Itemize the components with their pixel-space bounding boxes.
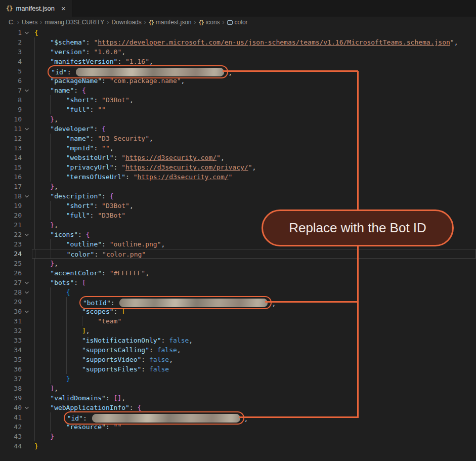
line-content: "short": "D3Bot", [32, 95, 476, 105]
code-line-7[interactable]: 7"name": { [0, 86, 476, 95]
indent-guides [34, 384, 50, 393]
fold-chevron-icon[interactable] [22, 86, 32, 95]
indent-guides [34, 374, 66, 384]
code-line-9[interactable]: 9"full": "" [0, 105, 476, 114]
tab-manifest-json[interactable]: {} manifest.json × [0, 0, 72, 17]
code-line-11[interactable]: 11"developer": { [0, 124, 476, 134]
code-line-16[interactable]: 16"termsOfUseUrl": "https://d3security.c… [0, 172, 476, 182]
indent-guides [34, 316, 98, 326]
code-line-30[interactable]: 30"scopes": [ [0, 307, 476, 316]
fold-spacer [22, 47, 32, 57]
code-token: , [121, 394, 125, 402]
indent-guides [34, 345, 82, 355]
fold-spacer [22, 220, 32, 230]
code-line-36[interactable]: 36"supportsFiles": false [0, 364, 476, 374]
code-line-34[interactable]: 34"supportsCalling": false, [0, 345, 476, 355]
breadcrumb-item-manifest-json[interactable]: {}manifest.json [149, 19, 192, 26]
code-token: : [141, 365, 149, 373]
line-number: 19 [0, 201, 22, 211]
gutter: 12 [0, 134, 32, 143]
code-line-33[interactable]: 33"isNotificationOnly": false, [0, 336, 476, 345]
line-number: 12 [0, 134, 22, 143]
code-line-14[interactable]: 14"websiteUrl": "https://d3security.com/… [0, 153, 476, 162]
code-line-3[interactable]: 3"version": "1.0.0", [0, 47, 476, 57]
code-line-15[interactable]: 15"privacyUrl": "https://d3security.com/… [0, 162, 476, 172]
code-line-38[interactable]: 38], [0, 384, 476, 393]
code-line-41[interactable]: 41"id": , [0, 412, 476, 422]
code-line-24[interactable]: 24"color": "color.png" [0, 249, 476, 259]
chevron-right-icon: › [40, 19, 42, 26]
code-line-29[interactable]: 29"botId": , [0, 297, 476, 307]
breadcrumb-item-icons[interactable]: {}icons [199, 19, 220, 26]
code-token: : [86, 38, 94, 46]
breadcrumb-item-downloads[interactable]: Downloads [111, 19, 141, 26]
code-token: "validDomains" [50, 394, 106, 402]
code-line-26[interactable]: 26"accentColor": "#FFFFFF", [0, 268, 476, 278]
breadcrumb-item-c-[interactable]: C: [9, 19, 15, 26]
code-line-18[interactable]: 18"description": { [0, 191, 476, 201]
code-line-44[interactable]: 44} [0, 441, 476, 451]
line-number: 2 [0, 37, 22, 47]
code-token: "outline" [66, 240, 102, 248]
gutter: 42 [0, 422, 32, 432]
code-line-25[interactable]: 25}, [0, 259, 476, 268]
fold-chevron-icon[interactable] [22, 230, 32, 239]
breadcrumb-item-color[interactable]: color [227, 19, 248, 26]
code-line-32[interactable]: 32], [0, 326, 476, 336]
line-number: 20 [0, 211, 22, 220]
indent-guides [34, 268, 50, 278]
code-line-6[interactable]: 6"packageName": "com.package.name", [0, 76, 476, 86]
code-token: : [114, 163, 122, 171]
redacted-value-pill [76, 68, 224, 76]
fold-chevron-icon[interactable] [22, 124, 32, 134]
gutter: 13 [0, 143, 32, 153]
code-token: " [134, 173, 138, 181]
code-token: : [94, 144, 102, 152]
line-content: "botId": , [32, 297, 476, 307]
code-line-42[interactable]: 42"resource": "" [0, 422, 476, 432]
code-line-8[interactable]: 8"short": "D3Bot", [0, 95, 476, 105]
line-number: 38 [0, 384, 22, 393]
code-token: , [129, 96, 134, 104]
breadcrumb-item-mwang-d3security[interactable]: mwang.D3SECURITY [45, 19, 104, 26]
code-token: "full" [66, 106, 90, 113]
code-line-12[interactable]: 12"name": "D3 Security", [0, 134, 476, 143]
code-line-35[interactable]: 35"supportsVideo": false, [0, 355, 476, 364]
close-tab-icon[interactable]: × [61, 4, 66, 13]
fold-spacer [22, 95, 32, 105]
code-token: , [145, 269, 149, 277]
code-line-1[interactable]: 1{ [0, 28, 476, 37]
indent-guides [34, 278, 50, 287]
line-content: "name": "D3 Security", [32, 134, 476, 143]
breadcrumb-item-users[interactable]: Users [22, 19, 37, 26]
code-token: { [66, 288, 70, 296]
code-line-37[interactable]: 37} [0, 374, 476, 384]
line-number: 21 [0, 220, 22, 230]
code-line-10[interactable]: 10}, [0, 114, 476, 124]
code-line-31[interactable]: 31"team" [0, 316, 476, 326]
code-line-43[interactable]: 43} [0, 432, 476, 441]
code-token: , [244, 415, 248, 423]
indent-guides [34, 124, 50, 134]
fold-chevron-icon[interactable] [22, 191, 32, 201]
line-number: 10 [0, 114, 22, 124]
line-content: }, [32, 114, 476, 124]
gutter: 40 [0, 403, 32, 412]
code-line-27[interactable]: 27"bots": [ [0, 278, 476, 287]
fold-chevron-icon[interactable] [22, 287, 32, 297]
gutter: 14 [0, 153, 32, 162]
code-token: "icons" [50, 231, 78, 238]
fold-chevron-icon[interactable] [22, 28, 32, 37]
breadcrumb: C:›Users›mwang.D3SECURITY›Downloads›{}ma… [0, 17, 476, 28]
indent-guides [34, 114, 50, 124]
fold-chevron-icon[interactable] [22, 278, 32, 287]
fold-chevron-icon[interactable] [22, 307, 32, 316]
code-line-39[interactable]: 39"validDomains": [], [0, 393, 476, 403]
code-line-13[interactable]: 13"mpnId": "", [0, 143, 476, 153]
breadcrumb-label: Downloads [111, 19, 141, 26]
code-line-2[interactable]: 2"$schema": "https://developer.microsoft… [0, 37, 476, 47]
code-line-17[interactable]: 17}, [0, 182, 476, 191]
fold-spacer [22, 393, 32, 403]
line-content: }, [32, 259, 476, 268]
fold-chevron-icon[interactable] [22, 403, 32, 412]
